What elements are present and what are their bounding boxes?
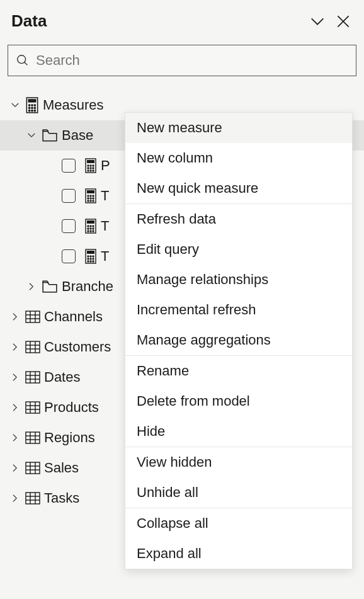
menu-item-new-column[interactable]: New column [125, 143, 352, 173]
folder-icon [42, 128, 58, 142]
svg-point-32 [90, 198, 91, 199]
svg-point-56 [88, 261, 89, 262]
menu-item-manage-aggregations[interactable]: Manage aggregations [125, 325, 352, 355]
chevron-down-icon [9, 100, 21, 111]
close-icon[interactable] [335, 13, 351, 30]
svg-point-52 [93, 256, 94, 257]
svg-point-34 [88, 200, 89, 202]
svg-point-57 [90, 261, 91, 262]
tree-item-label: Customers [44, 339, 111, 355]
search-input[interactable] [36, 52, 348, 69]
calculator-icon [84, 219, 97, 234]
checkbox[interactable] [62, 159, 76, 173]
svg-point-22 [93, 168, 94, 169]
chevron-right-icon [25, 281, 38, 292]
svg-point-43 [90, 228, 91, 229]
svg-rect-74 [26, 402, 40, 413]
svg-point-24 [90, 170, 91, 171]
menu-item-hide[interactable]: Hide [125, 416, 352, 447]
menu-item-label: Refresh data [137, 211, 216, 227]
svg-point-19 [93, 165, 94, 166]
svg-point-42 [88, 228, 89, 229]
table-icon [25, 401, 40, 414]
chevron-right-icon [9, 432, 21, 443]
menu-item-label: Expand all [137, 545, 202, 562]
table-icon [25, 431, 40, 445]
menu-item-view-hidden[interactable]: View hidden [125, 447, 352, 477]
context-menu: New measure New column New quick measure… [125, 112, 353, 569]
svg-point-46 [90, 231, 91, 232]
svg-point-18 [90, 165, 91, 166]
menu-item-rename[interactable]: Rename [125, 356, 352, 386]
table-icon [25, 310, 40, 324]
svg-point-30 [93, 195, 94, 197]
checkbox[interactable] [62, 219, 76, 233]
svg-point-41 [93, 225, 94, 227]
svg-point-9 [29, 107, 30, 108]
tree-item-label: Sales [44, 460, 79, 476]
svg-rect-84 [26, 462, 40, 474]
svg-line-3 [25, 62, 28, 66]
tree-item-label: Dates [44, 369, 80, 385]
menu-item-unhide-all[interactable]: Unhide all [125, 477, 352, 508]
svg-point-44 [93, 228, 94, 229]
menu-item-label: Manage aggregations [137, 332, 271, 348]
tree-item-label: P [101, 157, 110, 174]
tree-item-label: T [101, 248, 109, 265]
menu-item-expand-all[interactable]: Expand all [125, 539, 352, 569]
tree-item-label: Channels [44, 309, 103, 325]
svg-point-36 [93, 200, 94, 202]
table-icon [25, 340, 40, 354]
svg-rect-69 [26, 372, 40, 383]
svg-rect-27 [87, 190, 94, 193]
menu-item-new-quick-measure[interactable]: New quick measure [125, 173, 352, 203]
menu-item-collapse-all[interactable]: Collapse all [125, 508, 352, 539]
svg-point-25 [93, 170, 94, 171]
menu-item-label: Delete from model [137, 393, 250, 409]
menu-item-label: Unhide all [137, 484, 198, 501]
menu-item-delete-from-model[interactable]: Delete from model [125, 386, 352, 416]
svg-point-11 [34, 107, 35, 108]
menu-item-manage-relationships[interactable]: Manage relationships [125, 265, 352, 295]
menu-item-label: New measure [137, 120, 222, 136]
chevron-right-icon [9, 341, 21, 353]
svg-point-20 [88, 168, 89, 169]
svg-point-55 [93, 258, 94, 260]
svg-point-14 [34, 110, 35, 111]
chevron-down-icon[interactable] [309, 13, 326, 30]
menu-item-incremental-refresh[interactable]: Incremental refresh [125, 295, 352, 325]
chevron-right-icon [9, 311, 21, 322]
svg-point-2 [18, 55, 26, 64]
menu-item-label: Incremental refresh [137, 302, 256, 318]
panel-header: Data [0, 0, 364, 37]
svg-point-47 [93, 231, 94, 232]
tree-item-label: Regions [44, 430, 95, 446]
svg-point-39 [88, 225, 89, 227]
checkbox[interactable] [62, 189, 76, 203]
menu-item-edit-query[interactable]: Edit query [125, 234, 352, 265]
svg-rect-59 [26, 311, 40, 322]
svg-point-21 [90, 168, 91, 169]
svg-rect-64 [26, 341, 40, 353]
svg-point-40 [90, 225, 91, 227]
search-icon [16, 54, 30, 67]
svg-point-8 [34, 105, 35, 106]
menu-item-new-measure[interactable]: New measure [125, 113, 352, 143]
tree-item-label: T [101, 218, 109, 234]
search-box[interactable] [8, 45, 356, 76]
menu-item-label: Rename [137, 363, 189, 379]
checkbox[interactable] [62, 249, 76, 263]
svg-point-58 [93, 261, 94, 262]
menu-item-label: Collapse all [137, 515, 208, 532]
svg-rect-79 [26, 432, 40, 443]
menu-item-label: View hidden [137, 454, 212, 471]
svg-point-54 [90, 258, 91, 260]
calculator-icon [84, 158, 97, 173]
header-actions [309, 13, 351, 30]
calculator-icon [84, 249, 97, 264]
menu-item-refresh-data[interactable]: Refresh data [125, 204, 352, 234]
svg-point-51 [90, 256, 91, 257]
tree-item-label: T [101, 188, 109, 204]
svg-point-17 [88, 165, 89, 166]
chevron-down-icon [25, 130, 38, 141]
